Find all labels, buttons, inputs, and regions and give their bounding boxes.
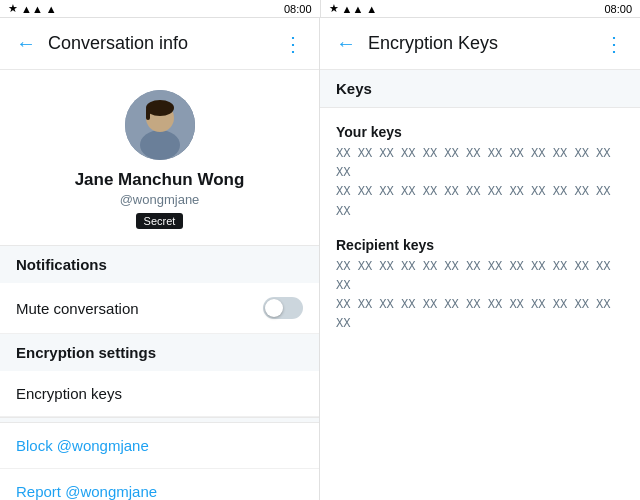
svg-point-1 [140,130,180,160]
right-signal-icon: ▲▲ [342,3,364,15]
profile-name: Jane Manchun Wong [75,170,245,190]
encryption-keys-panel: ← Encryption Keys ⋮ Keys Your keys XX XX… [320,18,640,500]
your-keys-label: Your keys [336,124,624,140]
wifi-icon: ▲ [46,3,57,15]
recipient-keys-group: Recipient keys XX XX XX XX XX XX XX XX X… [336,237,624,334]
left-status-icons: ★ ▲▲ ▲ [8,2,57,15]
recipient-keys-label: Recipient keys [336,237,624,253]
right-bluetooth-icon: ★ [329,2,339,15]
left-time: 08:00 [284,3,312,15]
your-keys-group: Your keys XX XX XX XX XX XX XX XX XX XX … [336,124,624,221]
secret-badge: Secret [136,213,184,229]
svg-point-3 [146,100,174,116]
more-options-left[interactable]: ⋮ [283,32,303,56]
status-bar-right: ★ ▲▲ ▲ 08:00 [321,0,641,17]
right-panel-header: ← Encryption Keys ⋮ [320,18,640,70]
encryption-section-header: Encryption settings [0,334,319,371]
back-button-right[interactable]: ← [336,32,356,55]
bluetooth-icon: ★ [8,2,18,15]
right-status-icons: ★ ▲▲ ▲ [329,2,378,15]
signal-icon: ▲▲ [21,3,43,15]
mute-conversation-label: Mute conversation [16,300,139,317]
keys-content: Your keys XX XX XX XX XX XX XX XX XX XX … [320,108,640,366]
right-panel-title: Encryption Keys [368,33,604,54]
profile-handle: @wongmjane [120,192,200,207]
report-action[interactable]: Report @wongmjane [0,469,319,500]
notifications-section-header: Notifications [0,246,319,283]
svg-rect-4 [146,108,150,120]
left-panel-header: ← Conversation info ⋮ [0,18,319,70]
right-wifi-icon: ▲ [366,3,377,15]
your-keys-line1: XX XX XX XX XX XX XX XX XX XX XX XX XX X… [336,144,624,182]
more-options-right[interactable]: ⋮ [604,32,624,56]
profile-section: Jane Manchun Wong @wongmjane Secret [0,70,319,246]
status-bar: ★ ▲▲ ▲ 08:00 ★ ▲▲ ▲ 08:00 [0,0,640,17]
status-bar-left: ★ ▲▲ ▲ 08:00 [0,0,321,17]
your-keys-line2: XX XX XX XX XX XX XX XX XX XX XX XX XX X… [336,182,624,220]
mute-toggle[interactable] [263,297,303,319]
encryption-keys-item[interactable]: Encryption keys [0,371,319,417]
recipient-keys-line2: XX XX XX XX XX XX XX XX XX XX XX XX XX X… [336,295,624,333]
avatar [125,90,195,160]
right-time: 08:00 [604,3,632,15]
block-action[interactable]: Block @wongmjane [0,423,319,469]
left-panel-title: Conversation info [48,33,283,54]
avatar-svg [125,90,195,160]
mute-conversation-item[interactable]: Mute conversation [0,283,319,334]
main-panels: ← Conversation info ⋮ [0,17,640,500]
avatar-image [125,90,195,160]
toggle-knob [265,299,283,317]
recipient-keys-line1: XX XX XX XX XX XX XX XX XX XX XX XX XX X… [336,257,624,295]
conversation-info-panel: ← Conversation info ⋮ [0,18,320,500]
back-button-left[interactable]: ← [16,32,36,55]
keys-section-header: Keys [320,70,640,108]
encryption-keys-label: Encryption keys [16,385,122,402]
